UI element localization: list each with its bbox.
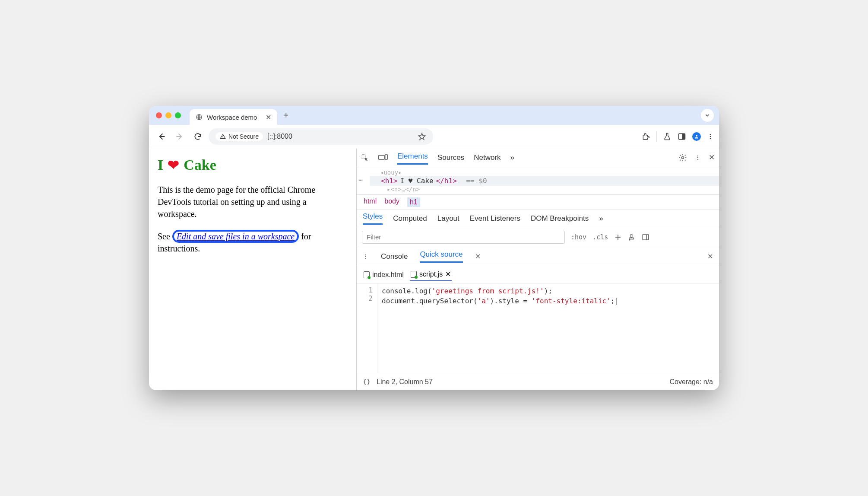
person-icon bbox=[694, 134, 699, 139]
browser-tab[interactable]: Workspace demo ✕ bbox=[190, 109, 277, 125]
drawer-menu-button[interactable] bbox=[363, 254, 369, 260]
tutorial-link[interactable]: Edit and save files in a workspace bbox=[172, 230, 299, 243]
tab-title: Workspace demo bbox=[207, 114, 257, 121]
dom-tree[interactable]: ⋯ ◂uouy▸ <h1>I ♥ Cake</h1> == $0 ▸<n>…</… bbox=[357, 167, 719, 194]
svg-rect-15 bbox=[643, 235, 649, 240]
flask-icon bbox=[663, 132, 672, 141]
para2-pre: See bbox=[158, 232, 172, 241]
svg-point-11 bbox=[697, 155, 698, 156]
chrome-menu-button[interactable] bbox=[707, 133, 714, 140]
tab-dom-breakpoints[interactable]: DOM Breakpoints bbox=[531, 214, 589, 223]
tab-elements[interactable]: Elements bbox=[397, 150, 428, 165]
svg-rect-8 bbox=[379, 155, 384, 159]
panel-right-icon bbox=[642, 233, 649, 241]
gutter: 1 2 bbox=[357, 283, 377, 373]
tab-search-button[interactable] bbox=[701, 109, 714, 122]
svg-point-4 bbox=[710, 134, 711, 135]
reload-button[interactable] bbox=[190, 129, 205, 144]
omnibox[interactable]: Not Secure [::]:8000 bbox=[209, 128, 433, 145]
file-tab-close[interactable]: ✕ bbox=[445, 270, 451, 278]
crumb-body[interactable]: body bbox=[384, 197, 399, 207]
styles-tabs-overflow[interactable]: » bbox=[599, 214, 603, 223]
svg-rect-2 bbox=[682, 134, 685, 139]
code-editor[interactable]: 1 2 console.log('greetings from script.j… bbox=[357, 283, 719, 373]
dom-tag-close: </h1> bbox=[436, 177, 457, 185]
close-window-button[interactable] bbox=[156, 112, 162, 118]
close-tab-button[interactable]: ✕ bbox=[266, 113, 271, 121]
labs-button[interactable] bbox=[663, 132, 672, 141]
drawer-tab-console[interactable]: Console bbox=[381, 252, 408, 261]
tab-computed[interactable]: Computed bbox=[393, 214, 427, 223]
tab-network[interactable]: Network bbox=[474, 152, 501, 164]
drawer-tab-quick-source[interactable]: Quick source bbox=[420, 250, 463, 263]
devtools-menu-button[interactable] bbox=[695, 155, 701, 161]
bookmark-button[interactable] bbox=[418, 132, 426, 141]
svg-rect-14 bbox=[631, 234, 632, 238]
heading-text-pre: I bbox=[158, 157, 163, 173]
svg-point-6 bbox=[710, 138, 711, 139]
content-split: I ❤ Cake This is the demo page for the o… bbox=[149, 148, 719, 390]
heading-text-post: Cake bbox=[184, 157, 216, 173]
svg-point-17 bbox=[365, 256, 366, 257]
zoom-window-button[interactable] bbox=[175, 112, 181, 118]
computed-panel-toggle[interactable] bbox=[642, 233, 649, 241]
crumb-html[interactable]: html bbox=[364, 197, 377, 207]
file-tab-index[interactable]: index.html bbox=[363, 269, 405, 280]
dom-line-h1[interactable]: <h1>I ♥ Cake</h1> == $0 bbox=[370, 176, 719, 186]
ellipsis-icon[interactable]: ⋯ bbox=[358, 176, 363, 184]
devtools-settings-button[interactable] bbox=[678, 153, 687, 162]
security-chip[interactable]: Not Secure bbox=[215, 132, 263, 141]
devtools-close-button[interactable]: ✕ bbox=[709, 153, 715, 162]
breadcrumb: html body h1 bbox=[357, 194, 719, 210]
code-area[interactable]: console.log('greetings from script.js!')… bbox=[377, 283, 623, 373]
hov-toggle[interactable]: :hov bbox=[571, 233, 586, 241]
toolbar: Not Secure [::]:8000 bbox=[149, 125, 719, 148]
plus-icon bbox=[614, 233, 622, 241]
file-tab-script[interactable]: script.js ✕ bbox=[410, 268, 452, 281]
star-icon bbox=[418, 132, 426, 141]
file-icon bbox=[411, 271, 417, 278]
tab-styles[interactable]: Styles bbox=[363, 212, 383, 225]
arrow-right-icon bbox=[175, 132, 184, 141]
rendered-page: I ❤ Cake This is the demo page for the o… bbox=[149, 148, 356, 390]
page-heading: I ❤ Cake bbox=[158, 157, 348, 173]
line-number: 1 bbox=[357, 286, 373, 294]
tab-layout[interactable]: Layout bbox=[437, 214, 459, 223]
braces-icon bbox=[363, 378, 371, 386]
profile-button[interactable] bbox=[692, 132, 701, 141]
devtools-tabs: Elements Sources Network » ✕ bbox=[357, 148, 719, 167]
crumb-h1[interactable]: h1 bbox=[407, 197, 420, 207]
cls-toggle[interactable]: .cls bbox=[592, 233, 608, 241]
devtools-panel: Elements Sources Network » ✕ ⋯ ◂uouy▸ bbox=[356, 148, 719, 390]
globe-icon bbox=[196, 114, 203, 121]
dom-line-next: ▸<n>…</n> bbox=[370, 186, 719, 193]
traffic-lights bbox=[156, 112, 181, 118]
drawer-close-button[interactable]: ✕ bbox=[707, 252, 713, 261]
tab-sources[interactable]: Sources bbox=[437, 152, 464, 164]
paint-brush-button[interactable] bbox=[628, 233, 636, 241]
styles-filter-input[interactable] bbox=[362, 231, 565, 244]
new-tab-button[interactable]: + bbox=[283, 111, 288, 121]
warning-icon bbox=[220, 134, 226, 140]
url-text: [::]:8000 bbox=[267, 133, 292, 140]
svg-point-13 bbox=[697, 159, 698, 159]
format-button[interactable] bbox=[363, 378, 371, 386]
editor-file-tabs: index.html script.js ✕ bbox=[357, 266, 719, 283]
arrow-left-icon bbox=[157, 132, 166, 141]
extensions-button[interactable] bbox=[642, 132, 650, 141]
drawer-tab-close[interactable]: ✕ bbox=[475, 252, 481, 261]
tab-event-listeners[interactable]: Event Listeners bbox=[470, 214, 520, 223]
panel-icon bbox=[678, 132, 686, 141]
back-button[interactable] bbox=[154, 129, 169, 144]
minimize-window-button[interactable] bbox=[165, 112, 171, 118]
forward-button[interactable] bbox=[172, 129, 187, 144]
tabs-overflow[interactable]: » bbox=[510, 152, 514, 164]
device-toggle-button[interactable] bbox=[378, 154, 388, 162]
inspect-button[interactable] bbox=[361, 154, 369, 162]
side-panel-button[interactable] bbox=[678, 132, 686, 141]
new-style-rule-button[interactable] bbox=[614, 233, 622, 241]
svg-point-10 bbox=[682, 156, 684, 159]
dom-selected-ref: == $0 bbox=[466, 177, 487, 185]
svg-rect-9 bbox=[385, 154, 388, 159]
kebab-icon bbox=[363, 254, 369, 260]
